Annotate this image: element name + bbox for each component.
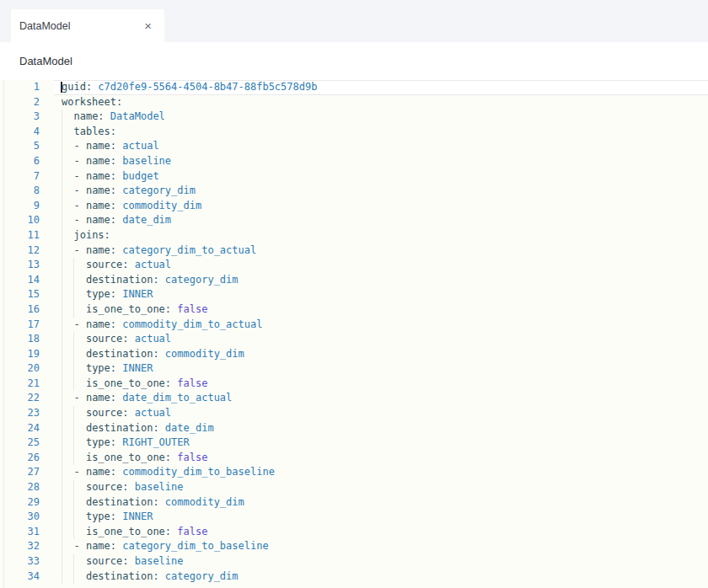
code-line[interactable]: 10 - name: date_dim xyxy=(0,213,708,228)
line-number[interactable]: 21 xyxy=(0,377,40,392)
code-line[interactable]: 13 source: actual xyxy=(0,258,708,273)
code-line[interactable]: 6 - name: baseline xyxy=(0,154,708,169)
code-line[interactable]: 25 type: RIGHT_OUTER xyxy=(0,436,708,451)
line-number[interactable]: 15 xyxy=(0,287,40,302)
code-text: type: INNER xyxy=(62,510,153,525)
tml-editor-window: DataModel × DataModel 1guid: c7d20fe9-55… xyxy=(0,0,708,588)
line-number[interactable]: 10 xyxy=(0,213,40,228)
line-number[interactable]: 6 xyxy=(0,154,40,169)
code-line[interactable]: 16 is_one_to_one: false xyxy=(0,302,708,318)
line-number[interactable]: 20 xyxy=(0,361,40,377)
yaml-key: source: xyxy=(86,555,129,567)
yaml-value: date_dim_to_actual xyxy=(122,392,232,404)
line-number[interactable]: 33 xyxy=(0,554,40,569)
code-line[interactable]: 24 destination: date_dim xyxy=(0,421,708,436)
code-line[interactable]: 11 joins: xyxy=(0,228,708,243)
code-line[interactable]: 8 - name: category_dim xyxy=(0,184,708,199)
line-number[interactable]: 13 xyxy=(0,258,40,273)
code-line[interactable]: 33 source: baseline xyxy=(0,554,708,569)
yaml-key: destination: xyxy=(86,348,159,360)
code-line[interactable]: 4 tables: xyxy=(0,125,708,140)
tab-datamodel[interactable]: DataModel × xyxy=(11,9,164,42)
line-number[interactable]: 27 xyxy=(0,465,40,480)
yaml-list-dash: - xyxy=(73,466,85,478)
code-line[interactable]: 34 destination: category_dim xyxy=(0,569,708,585)
yaml-list-dash: - xyxy=(73,318,85,330)
code-line[interactable]: 9 - name: commodity_dim xyxy=(0,199,708,214)
code-line[interactable]: 26 is_one_to_one: false xyxy=(0,451,708,466)
line-number[interactable]: 30 xyxy=(0,510,40,525)
code-line[interactable]: 12 - name: category_dim_to_actual xyxy=(0,243,708,259)
code-line[interactable]: 30 type: INNER xyxy=(0,510,708,525)
yaml-value: baseline xyxy=(135,555,184,567)
text-cursor xyxy=(61,82,62,93)
code-line[interactable]: 20 type: INNER xyxy=(0,361,708,377)
line-number[interactable]: 14 xyxy=(0,273,40,288)
line-number[interactable]: 11 xyxy=(0,228,40,243)
code-text: - name: commodity_dim_to_actual xyxy=(62,318,262,333)
line-number[interactable]: 1 xyxy=(0,80,40,95)
code-line[interactable]: 22 - name: date_dim_to_actual xyxy=(0,391,708,406)
code-line[interactable]: 1guid: c7d20fe9-5564-4504-8b47-88fb5c578… xyxy=(0,80,708,95)
line-number[interactable]: 4 xyxy=(0,125,40,140)
line-number[interactable]: 17 xyxy=(0,318,40,333)
line-number[interactable]: 22 xyxy=(0,391,40,406)
line-number[interactable]: 26 xyxy=(0,451,40,466)
line-number[interactable]: 5 xyxy=(0,139,40,154)
line-number[interactable]: 24 xyxy=(0,421,40,436)
code-text: destination: category_dim xyxy=(62,569,239,585)
yaml-key: worksheet: xyxy=(62,96,122,108)
code-line[interactable]: 21 is_one_to_one: false xyxy=(0,377,708,392)
line-number[interactable]: 23 xyxy=(0,406,40,421)
code-text: type: INNER xyxy=(62,361,153,377)
code-text: type: INNER xyxy=(62,287,153,302)
code-line[interactable]: 7 - name: budget xyxy=(0,169,708,184)
line-number[interactable]: 8 xyxy=(0,184,40,199)
code-line[interactable]: 14 destination: category_dim xyxy=(0,273,708,288)
line-number[interactable]: 7 xyxy=(0,169,40,184)
line-number[interactable]: 2 xyxy=(0,95,40,110)
code-line[interactable]: 19 destination: commodity_dim xyxy=(0,347,708,362)
line-number[interactable]: 34 xyxy=(0,569,40,585)
code-line[interactable]: 5 - name: actual xyxy=(0,139,708,154)
code-line[interactable]: 32 - name: category_dim_to_baseline xyxy=(0,539,708,554)
line-number[interactable]: 31 xyxy=(0,525,40,540)
code-line[interactable]: 2worksheet: xyxy=(0,95,708,110)
close-icon[interactable]: × xyxy=(142,19,154,33)
yaml-list-dash: - xyxy=(73,184,85,196)
code-text: - name: commodity_dim xyxy=(62,199,201,214)
yaml-list-dash: - xyxy=(73,140,85,152)
document-header: DataModel xyxy=(0,42,708,80)
code-text: is_one_to_one: false xyxy=(62,525,207,540)
code-text: - name: baseline xyxy=(62,154,171,169)
code-line[interactable]: 29 destination: commodity_dim xyxy=(0,495,708,510)
line-number[interactable]: 3 xyxy=(0,110,40,125)
code-line[interactable]: 28 source: baseline xyxy=(0,480,708,495)
yaml-key: name: xyxy=(86,540,116,552)
line-number[interactable]: 12 xyxy=(0,243,40,259)
line-number[interactable]: 25 xyxy=(0,436,40,451)
code-line[interactable]: 3 name: DataModel xyxy=(0,110,708,125)
code-editor[interactable]: 1guid: c7d20fe9-5564-4504-8b47-88fb5c578… xyxy=(0,80,708,588)
line-number[interactable]: 19 xyxy=(0,347,40,362)
code-line[interactable]: 31 is_one_to_one: false xyxy=(0,525,708,540)
line-number[interactable]: 18 xyxy=(0,332,40,347)
yaml-key: type: xyxy=(86,436,116,448)
yaml-key: name: xyxy=(86,244,116,256)
line-number[interactable]: 32 xyxy=(0,539,40,554)
code-line[interactable]: 17 - name: commodity_dim_to_actual xyxy=(0,318,708,333)
code-line[interactable]: 18 source: actual xyxy=(0,332,708,347)
line-number[interactable]: 28 xyxy=(0,480,40,495)
code-line[interactable]: 15 type: INNER xyxy=(0,287,708,302)
code-text: - name: category_dim_to_baseline xyxy=(62,539,269,554)
code-text: destination: commodity_dim xyxy=(62,495,244,510)
code-text: worksheet: xyxy=(62,95,122,110)
line-number[interactable]: 9 xyxy=(0,199,40,214)
code-line[interactable]: 23 source: actual xyxy=(0,406,708,421)
line-number[interactable]: 29 xyxy=(0,495,40,510)
code-text: source: actual xyxy=(62,332,171,347)
yaml-key: name: xyxy=(86,392,116,404)
code-line[interactable]: 27 - name: commodity_dim_to_baseline xyxy=(0,465,708,480)
code-text: - name: category_dim xyxy=(62,184,196,199)
line-number[interactable]: 16 xyxy=(0,302,40,318)
